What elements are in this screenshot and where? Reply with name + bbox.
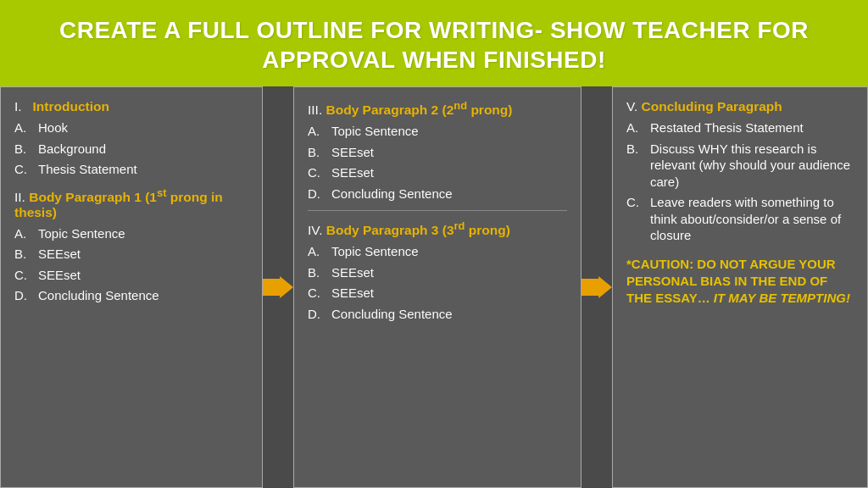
list-item: D.Concluding Sentence [308, 186, 567, 202]
section4-label: Body Paragraph 3 [326, 223, 439, 237]
list-item: C.Thesis Statement [14, 161, 248, 178]
section2-roman: II. [14, 190, 29, 204]
section3-list: A.Topic Sentence B.SEEset C.SEEset D.Con… [308, 123, 567, 202]
list-item: A.Restated Thesis Statement [626, 119, 854, 136]
arrow1-area [263, 86, 293, 488]
column-middle: III. Body Paragraph 2 (2nd prong) A.Topi… [293, 86, 581, 488]
section3-roman: III. [308, 103, 326, 117]
list-item: C.Leave readers with something to think … [626, 194, 854, 244]
list-item: C.SEEset [308, 164, 567, 181]
section1-heading: I. Introduction [14, 99, 248, 114]
column-right: V. Concluding Paragraph A.Restated Thesi… [612, 86, 868, 488]
main-content: I. Introduction A.Hook B.Background C.Th… [0, 86, 868, 488]
list-item: A.Topic Sentence [14, 225, 248, 242]
caution-italic: IT MAY BE TEMPTING! [714, 291, 850, 305]
section1-list: A.Hook B.Background C.Thesis Statement [14, 119, 248, 178]
section4-heading: IV. Body Paragraph 3 (3rd prong) [308, 219, 567, 238]
section2-list: A.Topic Sentence B.SEEset C.SEEset D.Con… [14, 225, 248, 304]
header-title: CREATE A FULL OUTLINE FOR WRITING- SHOW … [25, 15, 843, 75]
arrow2-area [581, 86, 612, 488]
section2-label: Body Paragraph 1 [29, 190, 142, 204]
list-item: B.SEEset [308, 264, 567, 281]
arrow1-icon [263, 269, 293, 306]
section3-heading: III. Body Paragraph 2 (2nd prong) [308, 99, 567, 118]
section1-roman: I. [14, 99, 33, 114]
caution-text: *CAUTION: DO NOT ARGUE YOUR PERSONAL BIA… [626, 256, 854, 308]
list-item: B.Discuss WHY this research is relevant … [626, 141, 854, 191]
list-item: D.Concluding Sentence [14, 287, 248, 304]
page-wrapper: CREATE A FULL OUTLINE FOR WRITING- SHOW … [0, 0, 868, 488]
section5-heading: V. Concluding Paragraph [626, 99, 854, 114]
section5-list: A.Restated Thesis Statement B.Discuss WH… [626, 119, 854, 244]
section-divider [308, 210, 567, 211]
list-item: A.Hook [14, 119, 248, 136]
list-item: C.SEEset [14, 267, 248, 284]
list-item: C.SEEset [308, 285, 567, 302]
list-item: B.Background [14, 141, 248, 158]
section3-suffix: (2nd prong) [438, 103, 512, 117]
list-item: D.Concluding Sentence [308, 306, 567, 323]
section4-suffix: (3rd prong) [439, 223, 510, 237]
list-item: A.Topic Sentence [308, 243, 567, 260]
section3-label: Body Paragraph 2 [326, 103, 439, 117]
list-item: B.SEEset [14, 246, 248, 263]
section5-roman: V. [626, 99, 642, 114]
svg-marker-0 [263, 276, 293, 298]
arrow2-icon [581, 269, 612, 306]
svg-marker-1 [581, 276, 612, 298]
section2-heading: II. Body Paragraph 1 (1st prong in thesi… [14, 186, 248, 220]
list-item: A.Topic Sentence [308, 123, 567, 140]
header: CREATE A FULL OUTLINE FOR WRITING- SHOW … [0, 0, 868, 86]
section4-roman: IV. [308, 223, 326, 237]
section1-label: Introduction [33, 99, 109, 114]
list-item: B.SEEset [308, 144, 567, 161]
column-left: I. Introduction A.Hook B.Background C.Th… [0, 86, 263, 488]
section5-label: Concluding Paragraph [642, 99, 782, 114]
section4-list: A.Topic Sentence B.SEEset C.SEEset D.Con… [308, 243, 567, 322]
